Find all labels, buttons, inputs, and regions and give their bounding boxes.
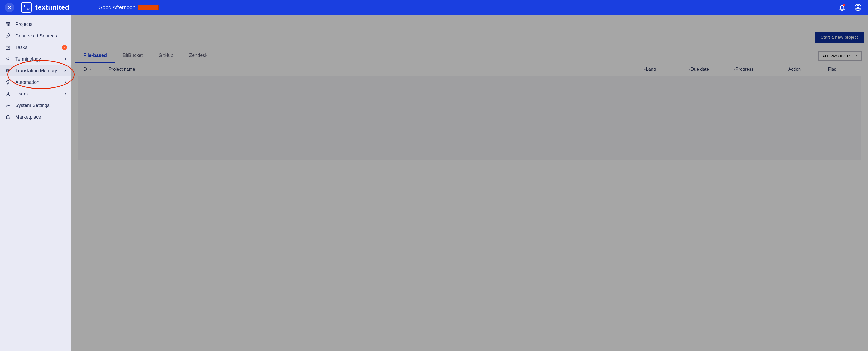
- sidebar-item-label: Connected Sources: [15, 33, 57, 39]
- gear-icon: [4, 103, 11, 108]
- sidebar-item-label: Terminology: [15, 57, 41, 62]
- sidebar-item-projects[interactable]: Projects: [0, 19, 71, 30]
- calendar-icon: [4, 45, 11, 50]
- chevron-right-icon: [63, 69, 67, 72]
- user-icon: [4, 91, 11, 97]
- chevron-right-icon: [63, 80, 67, 84]
- notification-dot: [843, 4, 845, 6]
- svg-point-19: [7, 92, 9, 94]
- sidebar-item-label: Translation Memory: [15, 68, 57, 73]
- svg-point-10: [7, 57, 9, 60]
- svg-point-20: [7, 105, 9, 106]
- grid-icon: [4, 22, 11, 27]
- tasks-badge: 7: [62, 45, 67, 50]
- chip-icon: [4, 68, 11, 73]
- sidebar: ProjectsConnected SourcesTasks7Terminolo…: [0, 15, 71, 351]
- svg-rect-13: [7, 69, 9, 72]
- topbar: TU textunited Good Afternoon,: [0, 0, 868, 15]
- chevron-right-icon: [63, 92, 67, 96]
- svg-rect-4: [6, 23, 10, 26]
- sidebar-item-automation[interactable]: Automation: [0, 76, 71, 88]
- svg-rect-8: [6, 46, 10, 49]
- link-icon: [4, 33, 11, 38]
- svg-rect-14: [7, 70, 9, 71]
- greeting: Good Afternoon,: [98, 4, 159, 10]
- greeting-username-redacted: [138, 5, 159, 10]
- sidebar-item-label: System Settings: [15, 103, 50, 108]
- sidebar-item-system-settings[interactable]: System Settings: [0, 100, 71, 111]
- sidebar-item-tasks[interactable]: Tasks7: [0, 42, 71, 53]
- brand-name: textunited: [35, 3, 69, 11]
- brand-logo[interactable]: TU: [21, 2, 32, 13]
- chevron-right-icon: [63, 57, 67, 61]
- greeting-text: Good Afternoon,: [98, 4, 137, 10]
- user-circle-icon: [854, 4, 862, 11]
- sidebar-item-translation-memory[interactable]: Translation Memory: [0, 65, 71, 76]
- notifications-button[interactable]: [837, 2, 847, 13]
- sidebar-item-label: Users: [15, 91, 28, 97]
- svg-point-3: [857, 5, 859, 7]
- account-button[interactable]: [853, 2, 863, 13]
- sidebar-item-label: Projects: [15, 22, 32, 27]
- close-sidebar-button[interactable]: [5, 3, 14, 12]
- bag-icon: [4, 114, 11, 119]
- close-icon: [7, 5, 12, 10]
- sidebar-item-marketplace[interactable]: Marketplace: [0, 111, 71, 123]
- sidebar-item-connected-sources[interactable]: Connected Sources: [0, 30, 71, 42]
- main-area: Start a new project File-basedBitBucketG…: [0, 15, 868, 351]
- sidebar-item-label: Automation: [15, 79, 39, 85]
- sidebar-item-terminology[interactable]: Terminology: [0, 53, 71, 65]
- sidebar-item-users[interactable]: Users: [0, 88, 71, 100]
- sidebar-item-label: Tasks: [15, 45, 27, 50]
- globe-icon: [4, 57, 11, 62]
- modal-dim-overlay[interactable]: [71, 15, 868, 351]
- bulb-icon: [4, 79, 11, 85]
- sidebar-item-label: Marketplace: [15, 114, 41, 120]
